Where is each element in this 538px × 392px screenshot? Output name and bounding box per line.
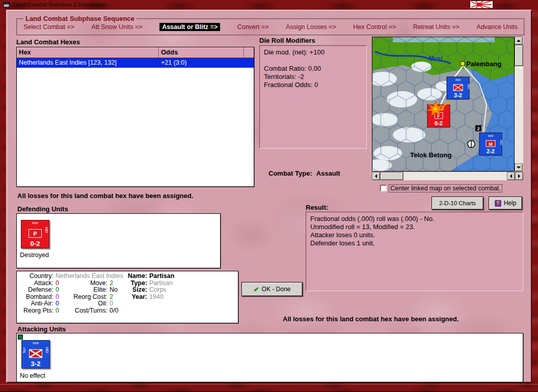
scroll-up-icon[interactable] [515, 37, 523, 45]
reorg-pts-value: 0 [55, 307, 71, 315]
defending-units-heading: Defending Units [17, 205, 68, 213]
svg-text:xxx: xxx [455, 78, 461, 81]
svg-text:0-2: 0-2 [435, 120, 443, 126]
horizontal-scroll-track[interactable] [404, 172, 507, 180]
phase-att-snow-units: Att Snow Units => [92, 23, 143, 31]
check-icon: ✔ [254, 286, 259, 293]
vertical-scroll-track[interactable] [515, 66, 523, 163]
defense-label: Defense: [20, 287, 55, 294]
modifier-territorials: Territorials: -2 [264, 73, 362, 81]
type-label: Type: [124, 280, 148, 287]
svg-text:NEI: NEI [500, 140, 503, 145]
subphase-sequence-group: Land Combat Subphase Sequence Select Com… [16, 18, 525, 36]
counter-left-label: Terr [22, 347, 26, 353]
scroll-left-2-icon[interactable] [507, 172, 515, 180]
counter-strength: 3-2 [22, 360, 49, 367]
charts-button-label: 2-D-10 Charts [439, 200, 476, 206]
cost-turns-value: 0/0 [109, 307, 124, 315]
cell-hex-name: Netherlands East Indies [123, 132] [17, 58, 159, 68]
center-map-checkbox[interactable] [380, 185, 387, 191]
reorg-cost-label: Reorg Cost: [71, 294, 109, 301]
bombard-label: Bombard: [20, 294, 55, 301]
result-line-3: Attacker loses 0 units. [310, 231, 519, 239]
counter-side-label: NEI [45, 227, 48, 233]
losses-assigned-message-right: All losses for this land combat hex have… [283, 315, 459, 323]
year-value: 1940 [148, 294, 235, 301]
defense-value: 0 [55, 287, 71, 294]
result-heading: Result: [306, 204, 328, 211]
map-unit-attacker[interactable]: xxx NEI 3-2 [447, 77, 470, 99]
attacking-unit-status: No effect [20, 372, 45, 379]
size-label: Size: [124, 287, 148, 294]
counter-side-label: NEI [45, 347, 49, 353]
phase-advance-units: Advance Units [476, 23, 518, 31]
svg-text:NEI: NEI [467, 84, 470, 89]
svg-text:M: M [489, 142, 493, 147]
map-horizontal-scrollbar[interactable] [372, 172, 523, 180]
country-label: Country: [20, 273, 55, 280]
result-line-1: Fractional odds (.000) roll was (.000) -… [310, 215, 519, 223]
title-bar[interactable]: Land Combat Selection & Resolution [0, 0, 538, 10]
oil-label: Oil: [71, 300, 109, 307]
name-label: Name: [124, 273, 148, 280]
modifier-ratio: Combat Ratio: 0.00 [264, 65, 362, 73]
help-button-label: Help [504, 200, 517, 207]
counter-strength: 0-2 [21, 240, 49, 247]
type-value: Partisan [148, 280, 235, 287]
defending-unit-status: Destroyed [20, 251, 49, 259]
phase-hex-control: Hex Control => [353, 23, 396, 31]
counter-top-label: xxx [22, 341, 49, 345]
result-line-2: Unmodified roll = 13, Modified = 23. [310, 223, 519, 231]
elite-label: Elite: [71, 287, 109, 294]
attacking-units-box: xxx Terr NEI 3-2 No effect [16, 333, 523, 382]
map-canvas: Musi Palembang xxx NEI 3-2 P 0- [372, 37, 515, 172]
counter-top-label: xxx [21, 221, 49, 225]
help-button[interactable]: ? Help [489, 197, 522, 210]
stack-count-badge: 2 [475, 125, 481, 131]
map-vertical-scrollbar[interactable] [515, 37, 523, 172]
anti-air-label: Anti-Air: [20, 300, 55, 307]
cell-hex-odds: +21 (3:0) [159, 58, 244, 68]
charts-button[interactable]: 2-D-10 Charts [432, 197, 483, 210]
combat-type-line: Combat Type:Assault [268, 170, 340, 177]
attack-value: 0 [55, 280, 71, 287]
scroll-left-icon[interactable] [372, 172, 380, 180]
attacking-unit-counter[interactable]: xxx Terr NEI 3-2 [21, 340, 50, 369]
city-label-palembang: Palembang [466, 60, 501, 68]
map-unit-sea[interactable]: xxx NEI M 2-2 [479, 133, 503, 155]
linked-map[interactable]: Musi Palembang xxx NEI 3-2 P 0- [372, 37, 515, 172]
ok-done-button[interactable]: ✔ OK - Done [241, 282, 303, 296]
unit-type-icon [18, 334, 23, 340]
bombard-value: 0 [55, 294, 71, 301]
scroll-down-icon[interactable] [515, 163, 523, 172]
table-row-selected[interactable]: Netherlands East Indies [123, 132] +21 (… [17, 58, 254, 68]
combat-type-value: Assault [316, 170, 340, 177]
move-value: 2 [109, 280, 124, 287]
modifier-fractional: Fractional Odds: 0 [264, 81, 362, 89]
window-icon [3, 2, 10, 8]
phase-assign-losses: Assign Losses => [286, 23, 336, 31]
center-map-checkbox-label[interactable]: Center linked map on selected combat. [389, 184, 502, 192]
svg-text:3-2: 3-2 [454, 92, 462, 98]
infantry-symbol-icon [29, 349, 42, 358]
scroll-right-icon[interactable] [515, 172, 523, 180]
country-value: Netherlands East Indies [55, 273, 124, 280]
defending-unit-counter[interactable]: xxx NEI P 0-2 [21, 220, 49, 248]
year-label: Year: [124, 294, 148, 301]
attacking-units-heading: Attacking Units [17, 325, 66, 333]
reorg-pts-label: Reorg Pts: [20, 307, 55, 315]
column-header-hex: Hex [17, 47, 159, 58]
size-value: Corps [148, 287, 235, 294]
result-panel: Fractional odds (.000) roll was (.000) -… [306, 212, 523, 291]
cost-turns-label: Cost/Turns: [71, 307, 109, 315]
horizontal-scroll-thumb[interactable] [380, 172, 404, 180]
attack-label: Attack: [20, 280, 55, 287]
city-dot-palembang [461, 62, 465, 66]
hexes-heading: Land Combat Hexes [16, 38, 80, 46]
hexes-table-header: Hex Odds [17, 47, 254, 58]
move-label: Move: [71, 280, 109, 287]
city-label-telok-betong: Telok Betong [410, 151, 451, 159]
unit-details-panel: Country: Netherlands East Indies Name: P… [16, 271, 238, 323]
help-icon: ? [495, 200, 501, 207]
vertical-scroll-thumb[interactable] [515, 45, 523, 66]
